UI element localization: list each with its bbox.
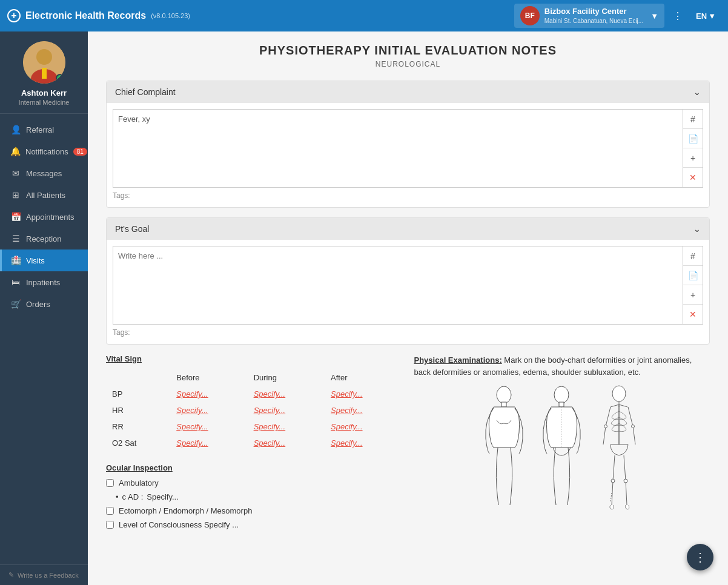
pts-goal-header[interactable]: Pt's Goal ⌄ xyxy=(107,218,709,240)
app-name: Electronic Health Records xyxy=(25,10,146,21)
cad-specify[interactable]: Specify... xyxy=(147,492,179,501)
vital-hr-after[interactable]: Specify... xyxy=(331,406,363,415)
vital-hr-during[interactable]: Specify... xyxy=(254,406,286,415)
language-button[interactable]: EN ▼ xyxy=(691,9,721,23)
chief-complaint-label: Chief Complaint xyxy=(115,87,176,97)
inpatients-icon: 🛏 xyxy=(10,277,21,287)
vital-rr-label: RR xyxy=(106,418,170,435)
remove-button[interactable]: ✕ xyxy=(683,168,703,187)
pts-doc-button[interactable]: 📄 xyxy=(683,266,703,285)
pts-goal-textarea-row: # 📄 + ✕ xyxy=(113,246,703,325)
vital-bp-after[interactable]: Specify... xyxy=(331,389,363,398)
vital-sign-label[interactable]: Vital Sign xyxy=(106,354,402,363)
body-type-checkbox[interactable] xyxy=(106,507,114,515)
vital-o2sat-during[interactable]: Specify... xyxy=(254,438,286,448)
header: + Electronic Health Records (v8.0.105.23… xyxy=(0,0,728,31)
facility-address: Mabini St. Cabanatuan, Nueva Ecij... xyxy=(544,17,643,25)
physical-exam-title: Physical Examinations: xyxy=(414,355,502,365)
all-patients-label: All Patients xyxy=(26,191,65,200)
inpatients-label: Inpatients xyxy=(26,278,60,287)
svg-line-22 xyxy=(626,481,627,505)
svg-line-11 xyxy=(611,405,619,407)
sidebar-item-reception[interactable]: ☰ Reception xyxy=(0,228,88,250)
left-panel: Vital Sign Before During After BP xyxy=(106,354,402,534)
vital-o2sat-after[interactable]: Specify... xyxy=(331,438,363,448)
sidebar-item-notifications[interactable]: 🔔 Notifications 81 xyxy=(0,140,88,162)
sidebar-item-appointments[interactable]: 📅 Appointments xyxy=(0,206,88,228)
appointments-label: Appointments xyxy=(26,213,74,222)
table-row: O2 Sat Specify... Specify... Specify... xyxy=(106,435,402,451)
sidebar-item-all-patients[interactable]: ⊞ All Patients xyxy=(0,184,88,206)
svg-point-9 xyxy=(612,386,626,402)
right-panel: Physical Examinations: Mark on the body-… xyxy=(414,354,710,534)
vital-col-empty xyxy=(106,369,170,386)
sidebar-item-orders[interactable]: 🛒 Orders xyxy=(0,293,88,315)
lang-chevron-icon: ▼ xyxy=(708,12,716,21)
table-row: RR Specify... Specify... Specify... xyxy=(106,418,402,435)
hash-button[interactable]: # xyxy=(683,110,703,129)
sidebar: ✓ Ashton Kerr Internal Medicine 👤 Referr… xyxy=(0,31,88,585)
feedback-link[interactable]: ✎ Write us a Feedback xyxy=(0,564,88,585)
vital-hr-before[interactable]: Specify... xyxy=(176,406,208,415)
chief-complaint-tags: Tags: xyxy=(113,188,703,201)
feedback-icon: ✎ xyxy=(8,571,14,579)
notifications-label: Notifications xyxy=(25,147,68,156)
orders-label: Orders xyxy=(26,300,50,309)
vital-hr-label: HR xyxy=(106,402,170,418)
consciousness-checkbox[interactable] xyxy=(106,521,114,529)
vital-bp-label: BP xyxy=(106,386,170,402)
main-content: PHYSIOTHERAPY INITIAL EVALUATION NOTES N… xyxy=(88,31,728,585)
chief-complaint-input[interactable]: Fever, xy xyxy=(113,109,683,188)
user-profile: ✓ Ashton Kerr Internal Medicine xyxy=(0,31,88,114)
vital-col-before: Before xyxy=(170,369,247,386)
body-back-female[interactable] xyxy=(536,384,587,517)
chief-complaint-body: Fever, xy # 📄 + ✕ Tags: xyxy=(107,103,709,207)
add-button[interactable]: + xyxy=(683,148,703,168)
pts-hash-button[interactable]: # xyxy=(683,246,703,266)
vital-o2sat-label: O2 Sat xyxy=(106,435,170,451)
body-chart-area xyxy=(414,384,710,517)
vital-rr-before[interactable]: Specify... xyxy=(176,422,208,431)
svg-line-18 xyxy=(633,426,635,445)
sidebar-item-messages[interactable]: ✉ Messages xyxy=(0,162,88,184)
doc-button[interactable]: 📄 xyxy=(683,129,703,148)
pts-goal-card: Pt's Goal ⌄ # 📄 + ✕ Tags: xyxy=(106,217,710,345)
body-front-female[interactable] xyxy=(478,384,530,517)
vital-bp-during[interactable]: Specify... xyxy=(254,389,286,398)
app-logo: + Electronic Health Records (v8.0.105.23… xyxy=(7,9,514,22)
ocular-inspection-label[interactable]: Ocular Inspection xyxy=(106,463,402,472)
vital-rr-after[interactable]: Specify... xyxy=(331,422,363,431)
ambulatory-checkbox[interactable] xyxy=(106,479,114,487)
svg-rect-3 xyxy=(42,68,47,79)
sidebar-item-inpatients[interactable]: 🛏 Inpatients xyxy=(0,271,88,293)
svg-line-12 xyxy=(619,405,627,407)
facility-text: Bizbox Facility Center Mabini St. Cabana… xyxy=(544,7,643,25)
consciousness-row: Level of Consciousness Specify ... xyxy=(106,520,402,529)
body-skeleton[interactable] xyxy=(594,384,645,517)
fab-button[interactable]: ⋮ xyxy=(687,544,713,570)
pts-remove-button[interactable]: ✕ xyxy=(683,305,703,324)
dots-menu-button[interactable]: ⋮ xyxy=(670,8,685,24)
sidebar-item-referral[interactable]: 👤 Referral xyxy=(0,119,88,140)
orders-icon: 🛒 xyxy=(10,299,21,309)
app-version: (v8.0.105.23) xyxy=(151,12,190,19)
pts-add-button[interactable]: + xyxy=(683,285,703,305)
chief-complaint-chevron-icon: ⌄ xyxy=(693,87,701,97)
svg-point-26 xyxy=(632,425,635,428)
facility-info[interactable]: BF Bizbox Facility Center Mabini St. Cab… xyxy=(514,4,664,28)
cad-row: • c AD : Specify... xyxy=(116,492,402,501)
pts-goal-tools: # 📄 + ✕ xyxy=(683,246,703,325)
page-subtitle: NEUROLOGICAL xyxy=(106,60,710,68)
chief-complaint-header[interactable]: Chief Complaint ⌄ xyxy=(107,81,709,103)
chief-complaint-card: Chief Complaint ⌄ Fever, xy # 📄 + ✕ Tags… xyxy=(106,81,710,208)
vital-rr-during[interactable]: Specify... xyxy=(254,422,286,431)
vital-o2sat-before[interactable]: Specify... xyxy=(176,438,208,448)
table-row: BP Specify... Specify... Specify... xyxy=(106,386,402,402)
plus-icon: + xyxy=(7,9,21,22)
lower-section: Vital Sign Before During After BP xyxy=(106,354,710,534)
body-type-label: Ectomorph / Endomorph / Mesomorph xyxy=(119,506,252,515)
vital-bp-before[interactable]: Specify... xyxy=(176,389,208,398)
sidebar-item-visits[interactable]: 🏥 Visits xyxy=(0,250,88,271)
feedback-label: Write us a Feedback xyxy=(18,572,79,579)
pts-goal-input[interactable] xyxy=(113,246,683,325)
